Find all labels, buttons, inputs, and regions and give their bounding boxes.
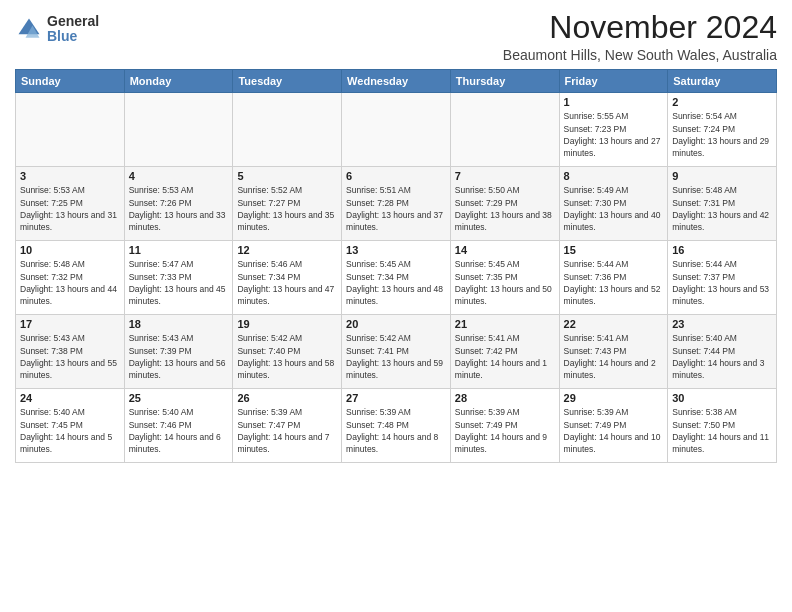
day-cell: 30Sunrise: 5:38 AM Sunset: 7:50 PM Dayli… [668,389,777,463]
col-header-wednesday: Wednesday [342,70,451,93]
day-number: 21 [455,318,555,330]
day-info: Sunrise: 5:54 AM Sunset: 7:24 PM Dayligh… [672,110,772,159]
day-info: Sunrise: 5:53 AM Sunset: 7:25 PM Dayligh… [20,184,120,233]
logo-general-text: General [47,14,99,29]
title-block: November 2024 Beaumont Hills, New South … [503,10,777,63]
day-cell: 3Sunrise: 5:53 AM Sunset: 7:25 PM Daylig… [16,167,125,241]
day-number: 1 [564,96,664,108]
day-info: Sunrise: 5:39 AM Sunset: 7:47 PM Dayligh… [237,406,337,455]
day-number: 27 [346,392,446,404]
day-info: Sunrise: 5:39 AM Sunset: 7:49 PM Dayligh… [455,406,555,455]
day-number: 23 [672,318,772,330]
day-number: 12 [237,244,337,256]
day-info: Sunrise: 5:41 AM Sunset: 7:42 PM Dayligh… [455,332,555,381]
day-number: 5 [237,170,337,182]
day-info: Sunrise: 5:39 AM Sunset: 7:49 PM Dayligh… [564,406,664,455]
day-info: Sunrise: 5:45 AM Sunset: 7:34 PM Dayligh… [346,258,446,307]
day-cell: 22Sunrise: 5:41 AM Sunset: 7:43 PM Dayli… [559,315,668,389]
day-number: 6 [346,170,446,182]
day-cell: 10Sunrise: 5:48 AM Sunset: 7:32 PM Dayli… [16,241,125,315]
day-cell: 16Sunrise: 5:44 AM Sunset: 7:37 PM Dayli… [668,241,777,315]
day-info: Sunrise: 5:42 AM Sunset: 7:41 PM Dayligh… [346,332,446,381]
day-info: Sunrise: 5:44 AM Sunset: 7:36 PM Dayligh… [564,258,664,307]
day-info: Sunrise: 5:52 AM Sunset: 7:27 PM Dayligh… [237,184,337,233]
day-cell: 5Sunrise: 5:52 AM Sunset: 7:27 PM Daylig… [233,167,342,241]
logo: General Blue [15,14,99,45]
day-number: 13 [346,244,446,256]
day-number: 15 [564,244,664,256]
day-info: Sunrise: 5:40 AM Sunset: 7:46 PM Dayligh… [129,406,229,455]
day-cell: 15Sunrise: 5:44 AM Sunset: 7:36 PM Dayli… [559,241,668,315]
day-number: 7 [455,170,555,182]
day-number: 25 [129,392,229,404]
col-header-saturday: Saturday [668,70,777,93]
day-number: 19 [237,318,337,330]
day-number: 26 [237,392,337,404]
day-info: Sunrise: 5:42 AM Sunset: 7:40 PM Dayligh… [237,332,337,381]
col-header-tuesday: Tuesday [233,70,342,93]
day-cell: 14Sunrise: 5:45 AM Sunset: 7:35 PM Dayli… [450,241,559,315]
day-number: 22 [564,318,664,330]
day-info: Sunrise: 5:46 AM Sunset: 7:34 PM Dayligh… [237,258,337,307]
day-number: 24 [20,392,120,404]
day-cell [450,93,559,167]
day-number: 28 [455,392,555,404]
day-cell: 23Sunrise: 5:40 AM Sunset: 7:44 PM Dayli… [668,315,777,389]
logo-blue-text: Blue [47,29,99,44]
day-cell: 29Sunrise: 5:39 AM Sunset: 7:49 PM Dayli… [559,389,668,463]
day-number: 16 [672,244,772,256]
day-cell: 21Sunrise: 5:41 AM Sunset: 7:42 PM Dayli… [450,315,559,389]
day-info: Sunrise: 5:49 AM Sunset: 7:30 PM Dayligh… [564,184,664,233]
day-info: Sunrise: 5:47 AM Sunset: 7:33 PM Dayligh… [129,258,229,307]
logo-icon [15,15,43,43]
day-number: 17 [20,318,120,330]
day-info: Sunrise: 5:38 AM Sunset: 7:50 PM Dayligh… [672,406,772,455]
day-cell: 18Sunrise: 5:43 AM Sunset: 7:39 PM Dayli… [124,315,233,389]
col-header-thursday: Thursday [450,70,559,93]
day-number: 20 [346,318,446,330]
day-info: Sunrise: 5:44 AM Sunset: 7:37 PM Dayligh… [672,258,772,307]
day-cell: 11Sunrise: 5:47 AM Sunset: 7:33 PM Dayli… [124,241,233,315]
day-number: 30 [672,392,772,404]
day-info: Sunrise: 5:39 AM Sunset: 7:48 PM Dayligh… [346,406,446,455]
day-cell: 13Sunrise: 5:45 AM Sunset: 7:34 PM Dayli… [342,241,451,315]
day-cell: 28Sunrise: 5:39 AM Sunset: 7:49 PM Dayli… [450,389,559,463]
day-info: Sunrise: 5:45 AM Sunset: 7:35 PM Dayligh… [455,258,555,307]
day-cell: 4Sunrise: 5:53 AM Sunset: 7:26 PM Daylig… [124,167,233,241]
day-cell: 24Sunrise: 5:40 AM Sunset: 7:45 PM Dayli… [16,389,125,463]
day-cell: 8Sunrise: 5:49 AM Sunset: 7:30 PM Daylig… [559,167,668,241]
calendar-table: SundayMondayTuesdayWednesdayThursdayFrid… [15,69,777,463]
week-row-2: 3Sunrise: 5:53 AM Sunset: 7:25 PM Daylig… [16,167,777,241]
day-info: Sunrise: 5:53 AM Sunset: 7:26 PM Dayligh… [129,184,229,233]
day-cell: 6Sunrise: 5:51 AM Sunset: 7:28 PM Daylig… [342,167,451,241]
day-cell: 20Sunrise: 5:42 AM Sunset: 7:41 PM Dayli… [342,315,451,389]
week-row-4: 17Sunrise: 5:43 AM Sunset: 7:38 PM Dayli… [16,315,777,389]
day-info: Sunrise: 5:41 AM Sunset: 7:43 PM Dayligh… [564,332,664,381]
day-cell: 1Sunrise: 5:55 AM Sunset: 7:23 PM Daylig… [559,93,668,167]
day-cell: 25Sunrise: 5:40 AM Sunset: 7:46 PM Dayli… [124,389,233,463]
day-info: Sunrise: 5:43 AM Sunset: 7:39 PM Dayligh… [129,332,229,381]
day-number: 14 [455,244,555,256]
day-number: 2 [672,96,772,108]
day-cell [16,93,125,167]
day-cell: 27Sunrise: 5:39 AM Sunset: 7:48 PM Dayli… [342,389,451,463]
day-cell: 26Sunrise: 5:39 AM Sunset: 7:47 PM Dayli… [233,389,342,463]
day-cell: 9Sunrise: 5:48 AM Sunset: 7:31 PM Daylig… [668,167,777,241]
day-cell [124,93,233,167]
subtitle: Beaumont Hills, New South Wales, Austral… [503,47,777,63]
main-title: November 2024 [503,10,777,45]
week-row-3: 10Sunrise: 5:48 AM Sunset: 7:32 PM Dayli… [16,241,777,315]
day-cell: 12Sunrise: 5:46 AM Sunset: 7:34 PM Dayli… [233,241,342,315]
day-number: 18 [129,318,229,330]
header: General Blue November 2024 Beaumont Hill… [15,10,777,63]
day-info: Sunrise: 5:43 AM Sunset: 7:38 PM Dayligh… [20,332,120,381]
col-header-sunday: Sunday [16,70,125,93]
day-cell [342,93,451,167]
day-info: Sunrise: 5:48 AM Sunset: 7:31 PM Dayligh… [672,184,772,233]
header-row: SundayMondayTuesdayWednesdayThursdayFrid… [16,70,777,93]
day-number: 11 [129,244,229,256]
day-info: Sunrise: 5:51 AM Sunset: 7:28 PM Dayligh… [346,184,446,233]
col-header-monday: Monday [124,70,233,93]
day-number: 9 [672,170,772,182]
day-info: Sunrise: 5:40 AM Sunset: 7:44 PM Dayligh… [672,332,772,381]
